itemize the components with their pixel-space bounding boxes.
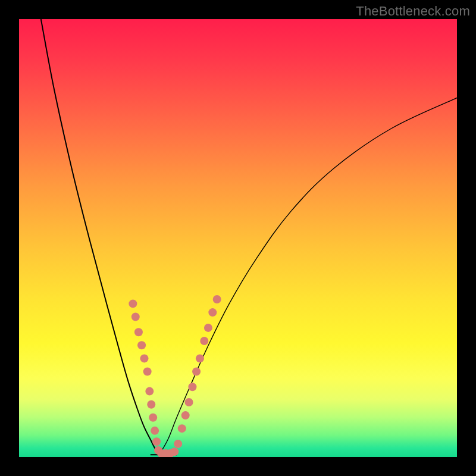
marker-dot xyxy=(196,354,204,362)
marker-dot xyxy=(170,447,178,456)
marker-dot xyxy=(147,400,155,409)
marker-dot xyxy=(174,440,182,448)
right-curve xyxy=(159,98,457,455)
marker-dot xyxy=(188,383,196,391)
marker-dot xyxy=(181,411,190,419)
marker-dot xyxy=(140,354,148,362)
marker-dot xyxy=(178,424,186,433)
marker-dot xyxy=(185,398,193,406)
marker-group xyxy=(129,295,221,457)
left-curve xyxy=(41,19,159,455)
marker-dot xyxy=(151,427,159,435)
marker-dot xyxy=(143,367,152,375)
marker-dot xyxy=(204,324,212,332)
plot-area xyxy=(19,19,457,457)
marker-dot xyxy=(152,437,161,446)
chart-svg xyxy=(19,19,457,457)
marker-dot xyxy=(149,414,157,422)
marker-dot xyxy=(200,337,208,345)
marker-dot xyxy=(213,295,221,303)
marker-dot xyxy=(131,312,140,321)
watermark-text: TheBottleneck.com xyxy=(356,4,470,19)
marker-dot xyxy=(129,299,137,308)
marker-dot xyxy=(145,387,154,396)
marker-dot xyxy=(208,308,217,317)
marker-dot xyxy=(192,367,201,375)
chart-frame: TheBottleneck.com xyxy=(0,0,476,476)
marker-dot xyxy=(134,328,143,336)
marker-dot xyxy=(137,341,146,349)
